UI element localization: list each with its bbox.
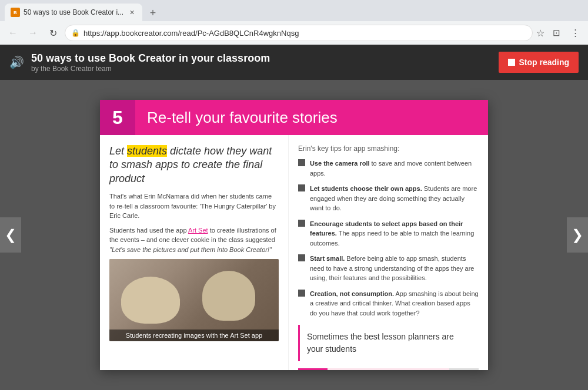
tip-bold-1: Use the camera roll	[310, 160, 370, 167]
photo-caption: Students recreating images with the Art …	[109, 330, 279, 341]
url-text: https://app.bookcreator.com/read/Pc-AGdB…	[83, 29, 526, 38]
extension-icons: ⊡ ⋮	[548, 25, 583, 41]
body-text-2: Students had used the app Art Set to cre…	[109, 226, 279, 255]
back-button[interactable]: ←	[5, 25, 21, 41]
app-title: 50 ways to use Book Creator in your clas…	[31, 52, 492, 65]
heading-pre: Let	[109, 145, 127, 157]
address-bar[interactable]: 🔒 https://app.bookcreator.com/read/Pc-AG…	[65, 25, 533, 41]
new-tab-button[interactable]: +	[145, 5, 161, 21]
page-header: 5 Re-tell your favourite stories	[100, 100, 488, 135]
stop-reading-label: Stop reading	[519, 58, 569, 67]
tab-title: 50 ways to use Book Creator i...	[24, 8, 123, 16]
tab-favicon: B	[11, 8, 20, 17]
tip-item-3: Encourage students to select apps based …	[298, 219, 479, 248]
forward-button[interactable]: →	[25, 25, 41, 41]
extensions-button[interactable]: ⊡	[548, 25, 564, 41]
tip-item-2: Let students choose their own apps. Stud…	[298, 184, 479, 213]
sound-icon[interactable]: 🔊	[9, 55, 24, 69]
page-heading: Re-tell your favourite stories	[135, 109, 338, 127]
promo-avatar: 👩	[449, 368, 479, 370]
tips-heading: Erin's key tips for app smashing:	[298, 144, 479, 153]
tip-text-4: Start small. Before being able to app sm…	[310, 254, 479, 283]
tip-item-1: Use the camera roll to save and move con…	[298, 159, 479, 178]
tip-item-4: Start small. Before being able to app sm…	[298, 254, 479, 283]
quote-block: Sometimes the best lesson planners are y…	[298, 325, 479, 361]
body2-quote: "Let's save the pictures and put them in…	[109, 246, 272, 253]
body2-pre: Students had used the app	[109, 227, 188, 234]
tip-bullet-5	[298, 290, 305, 297]
quote-text: Sometimes the best lesson planners are y…	[307, 331, 472, 355]
lock-icon: 🔒	[71, 29, 80, 37]
next-page-button[interactable]: ❯	[567, 217, 588, 253]
nav-bar: ← → ↻ 🔒 https://app.bookcreator.com/read…	[0, 21, 588, 45]
tip-bold-5: Creation, not consumption.	[310, 290, 394, 297]
page-body: Let students dictate how they want to sm…	[100, 135, 488, 370]
tip-item-5: Creation, not consumption. App smashing …	[298, 289, 479, 318]
photo-image	[109, 259, 279, 341]
photo-block: Students recreating images with the Art …	[109, 259, 279, 341]
tip-text-3: Encourage students to select apps based …	[310, 219, 479, 248]
menu-button[interactable]: ⋮	[567, 25, 583, 41]
art-set-link[interactable]: Art Set	[188, 227, 208, 234]
promo-content: How to get your students to plan the Boo…	[328, 368, 449, 370]
main-heading: Let students dictate how they want to sm…	[109, 144, 279, 186]
app-title-block: 50 ways to use Book Creator in your clas…	[31, 52, 492, 73]
tip-text-5: Creation, not consumption. App smashing …	[310, 289, 479, 318]
active-tab[interactable]: B 50 ways to use Book Creator i... ✕	[5, 4, 142, 21]
tip-bullet-3	[298, 220, 305, 227]
tip-bold-3: Encourage students to select apps based …	[310, 220, 463, 237]
tip-bullet-1	[298, 159, 305, 166]
tip-text-2: Let students choose their own apps. Stud…	[310, 184, 479, 213]
left-column: Let students dictate how they want to sm…	[100, 135, 288, 370]
bookmark-icon[interactable]: ☆	[536, 28, 544, 39]
promo-block[interactable]: READ MORE How to get your students to pl…	[298, 368, 479, 370]
content-area: ❮ 5 Re-tell your favourite stories Let s…	[0, 80, 588, 390]
body-text-1: That's what Erin McNamara did when her s…	[109, 191, 279, 221]
stop-reading-button[interactable]: Stop reading	[499, 52, 579, 73]
reload-button[interactable]: ↻	[45, 25, 61, 41]
right-column: Erin's key tips for app smashing: Use th…	[288, 135, 488, 370]
tip-bold-4: Start small.	[310, 255, 345, 262]
tip-text-1: Use the camera roll to save and move con…	[310, 159, 479, 178]
tip-bold-2: Let students choose their own apps.	[310, 185, 422, 192]
tip-bullet-2	[298, 184, 305, 191]
tip-bullet-4	[298, 254, 305, 261]
app-bar: 🔊 50 ways to use Book Creator in your cl…	[0, 45, 588, 80]
page-number: 5	[100, 100, 135, 135]
prev-page-button[interactable]: ❮	[0, 217, 21, 253]
browser-chrome: B 50 ways to use Book Creator i... ✕ + ←…	[0, 0, 588, 45]
stop-icon	[508, 59, 515, 66]
app-subtitle: by the Book Creator team	[31, 65, 492, 73]
tab-close-button[interactable]: ✕	[127, 8, 136, 17]
tab-bar: B 50 ways to use Book Creator i... ✕ +	[0, 0, 588, 21]
promo-label: READ MORE	[298, 368, 328, 370]
book-page: 5 Re-tell your favourite stories Let stu…	[100, 100, 488, 370]
heading-highlight: students	[127, 145, 167, 157]
